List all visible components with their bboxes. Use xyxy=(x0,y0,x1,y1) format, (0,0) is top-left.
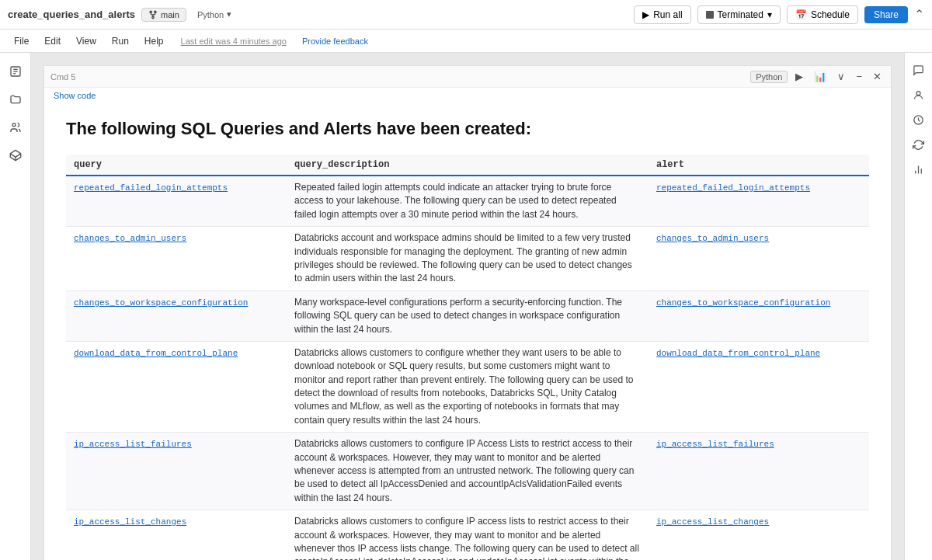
cmd-label: Cmd 5 xyxy=(50,72,75,82)
table-row: changes_to_admin_usersDatabricks account… xyxy=(66,227,869,291)
menu-file[interactable]: File xyxy=(8,33,35,50)
package-icon[interactable] xyxy=(3,143,28,168)
chart-icon[interactable]: 📊 xyxy=(811,69,829,84)
last-edit-text[interactable]: Last edit was 4 minutes ago xyxy=(181,37,287,46)
cell-wrapper: Cmd 5 Python ▶ 📊 ∨ − ✕ Show code The fol… xyxy=(43,65,892,560)
menubar: File Edit View Run Help Last edit was 4 … xyxy=(0,30,932,53)
alert-link[interactable]: changes_to_admin_users xyxy=(656,234,769,243)
cell-toolbar: Cmd 5 Python ▶ 📊 ∨ − ✕ xyxy=(44,66,891,88)
svg-point-7 xyxy=(916,91,920,95)
terminated-indicator xyxy=(706,11,714,19)
share-button[interactable]: Share xyxy=(864,6,908,23)
share-label: Share xyxy=(874,9,899,20)
query-link[interactable]: changes_to_admin_users xyxy=(74,234,186,243)
description-cell: Databricks allows customers to configure… xyxy=(287,341,649,432)
run-all-button[interactable]: ▶ Run all xyxy=(634,5,690,24)
menu-edit[interactable]: Edit xyxy=(38,33,67,50)
right-sidebar xyxy=(904,53,932,560)
description-cell: Repeated failed login attempts could ind… xyxy=(287,176,649,227)
notebook-title: create_queries_and_alerts xyxy=(8,9,135,20)
output-heading: The following SQL Queries and Alerts hav… xyxy=(66,119,869,139)
alert-link[interactable]: ip_access_list_failures xyxy=(656,440,774,449)
expand-button[interactable]: ⌃ xyxy=(914,7,924,22)
terminated-label: Terminated xyxy=(718,9,763,20)
collapse-button[interactable]: ∨ xyxy=(834,69,848,84)
col-header-alert: alert xyxy=(649,155,869,176)
close-icon[interactable]: ✕ xyxy=(870,69,885,84)
run-cell-button[interactable]: ▶ xyxy=(792,69,806,84)
alert-link[interactable]: download_data_from_control_plane xyxy=(656,349,820,358)
provide-feedback-link[interactable]: Provide feedback xyxy=(302,37,368,46)
run-all-label: Run all xyxy=(653,9,682,20)
file-icon[interactable] xyxy=(3,59,28,84)
branch-badge[interactable]: main xyxy=(141,8,186,22)
alert-link[interactable]: ip_access_list_changes xyxy=(656,517,769,527)
description-cell: Databricks account and workspace admins … xyxy=(287,227,649,291)
menu-run[interactable]: Run xyxy=(106,33,135,50)
terminated-button[interactable]: Terminated ▾ xyxy=(697,5,781,24)
schedule-label: Schedule xyxy=(811,9,850,20)
table-row: changes_to_workspace_configurationMany w… xyxy=(66,290,869,341)
comment-icon[interactable] xyxy=(908,59,930,81)
notebook-area: Cmd 5 Python ▶ 📊 ∨ − ✕ Show code The fol… xyxy=(31,53,904,560)
col-header-query: query xyxy=(66,155,287,176)
branch-label: main xyxy=(161,10,179,19)
users-icon[interactable] xyxy=(3,115,28,140)
table-row: repeated_failed_login_attemptsRepeated f… xyxy=(66,176,869,227)
col-header-desc: query_description xyxy=(287,155,649,176)
schedule-button[interactable]: 📅 Schedule xyxy=(787,5,858,24)
description-cell: Many workspace-level configurations perf… xyxy=(287,290,649,341)
person-icon[interactable] xyxy=(908,84,930,106)
language-badge[interactable]: Python ▾ xyxy=(197,9,231,19)
query-link[interactable]: ip_access_list_changes xyxy=(74,517,186,527)
table-row: ip_access_list_failuresDatabricks allows… xyxy=(66,433,869,510)
description-cell: Databricks allows customers to configure… xyxy=(287,510,649,560)
language-label: Python xyxy=(197,10,224,19)
show-code-link[interactable]: Show code xyxy=(44,88,891,103)
menu-view[interactable]: View xyxy=(70,33,103,50)
results-table: query query_description alert repeated_f… xyxy=(66,155,869,560)
history-icon[interactable] xyxy=(908,109,930,130)
menu-help[interactable]: Help xyxy=(138,33,170,50)
alert-link[interactable]: repeated_failed_login_attempts xyxy=(656,183,810,193)
query-link[interactable]: download_data_from_control_plane xyxy=(74,349,238,358)
minimize-button[interactable]: − xyxy=(853,69,865,84)
chart-bar-icon[interactable] xyxy=(908,158,930,180)
table-row: ip_access_list_changesDatabricks allows … xyxy=(66,510,869,560)
topbar: create_queries_and_alerts main Python ▾ … xyxy=(0,0,932,30)
query-link[interactable]: changes_to_workspace_configuration xyxy=(74,298,248,308)
left-sidebar xyxy=(0,53,31,560)
alert-link[interactable]: changes_to_workspace_configuration xyxy=(656,298,830,308)
query-link[interactable]: repeated_failed_login_attempts xyxy=(74,183,228,193)
description-cell: Databricks allows customers to configure… xyxy=(287,433,649,510)
folder-icon[interactable] xyxy=(3,87,28,112)
query-link[interactable]: ip_access_list_failures xyxy=(74,440,192,449)
cell-lang-badge[interactable]: Python xyxy=(750,71,788,83)
cell-output: The following SQL Queries and Alerts hav… xyxy=(44,103,891,560)
sync-icon[interactable] xyxy=(908,134,930,155)
svg-point-4 xyxy=(12,123,16,127)
table-row: download_data_from_control_planeDatabric… xyxy=(66,341,869,432)
